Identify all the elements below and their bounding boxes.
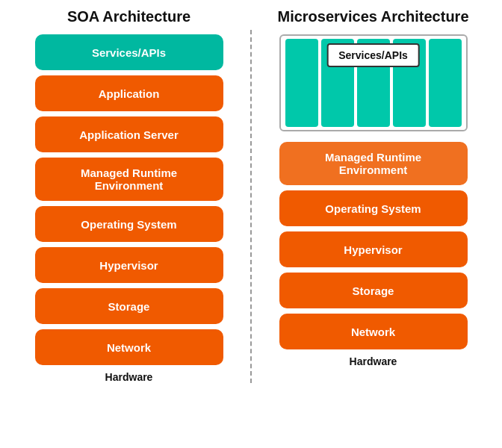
soa-column: SOA Architecture Services/APIs Applicati… bbox=[15, 7, 243, 383]
micro-col-1 bbox=[285, 39, 318, 127]
micro-layer-hypervisor: Hypervisor bbox=[279, 231, 468, 267]
soa-layer-hypervisor: Hypervisor bbox=[35, 247, 223, 283]
soa-layer-storage: Storage bbox=[35, 288, 223, 324]
micro-hardware-label: Hardware bbox=[350, 355, 397, 367]
micro-title: Microservices Architecture bbox=[277, 7, 468, 25]
micro-layer-managed-runtime: Managed Runtime Environment bbox=[279, 142, 468, 185]
micro-layer-network: Network bbox=[279, 314, 468, 349]
page: SOA Architecture Services/APIs Applicati… bbox=[15, 7, 487, 383]
micro-services-label: Services/APIs bbox=[326, 43, 420, 67]
soa-layer-operating-system: Operating System bbox=[35, 206, 223, 242]
soa-title: SOA Architecture bbox=[67, 7, 190, 25]
soa-layer-services-apis: Services/APIs bbox=[35, 34, 223, 70]
soa-layer-network: Network bbox=[35, 329, 223, 365]
micro-stack: Services/APIs Managed Runtime Environmen… bbox=[259, 34, 487, 349]
micro-layer-storage: Storage bbox=[279, 273, 468, 308]
soa-stack: Services/APIs Application Application Se… bbox=[15, 34, 243, 365]
soa-hardware-label: Hardware bbox=[105, 371, 153, 383]
micro-services-container: Services/APIs bbox=[279, 34, 468, 131]
column-divider bbox=[250, 30, 252, 383]
micro-column: Microservices Architecture Services/APIs… bbox=[259, 7, 487, 383]
soa-layer-managed-runtime: Managed Runtime Environment bbox=[35, 158, 223, 201]
soa-layer-application: Application bbox=[35, 75, 223, 111]
micro-col-5 bbox=[429, 39, 462, 127]
soa-layer-app-server: Application Server bbox=[35, 116, 223, 152]
micro-layer-operating-system: Operating System bbox=[279, 190, 468, 226]
